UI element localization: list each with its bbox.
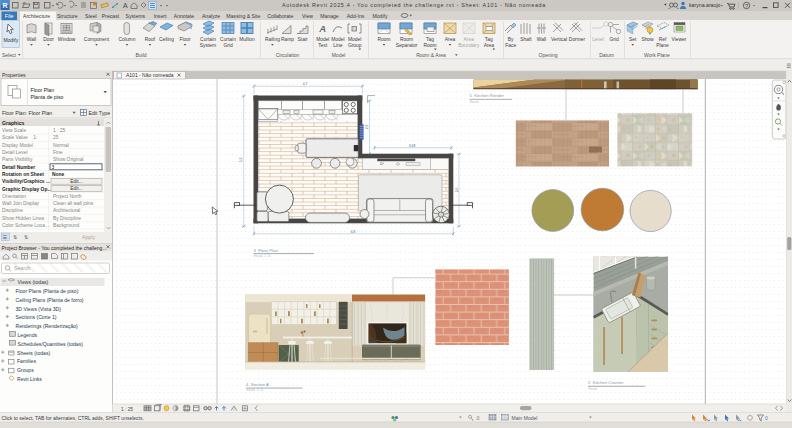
svg-text:Precast: Precast	[102, 13, 120, 19]
svg-text:5 Kitchen Render: 5 Kitchen Render	[470, 93, 505, 98]
svg-text:5,2: 5,2	[239, 158, 243, 163]
svg-text:Dormer: Dormer	[569, 37, 586, 42]
svg-text:Model: Model	[316, 37, 329, 42]
svg-text:Project Browser - You complete: Project Browser - You completed the chal…	[2, 245, 107, 251]
svg-text:Plane: Plane	[656, 43, 669, 48]
svg-text:Opening: Opening	[539, 52, 558, 58]
svg-text:Line: Line	[333, 43, 343, 48]
svg-text:Collaborate: Collaborate	[267, 13, 293, 19]
svg-text:System: System	[200, 43, 216, 48]
svg-text:Railing: Railing	[265, 37, 280, 42]
svg-text:Face: Face	[505, 43, 516, 48]
svg-text:Manage: Manage	[320, 13, 339, 19]
svg-text:Graphic Display Op...: Graphic Display Op...	[2, 187, 52, 192]
svg-text:Sheets (todas): Sheets (todas)	[17, 350, 50, 356]
svg-text:Ref: Ref	[659, 37, 667, 42]
svg-text:Boundary: Boundary	[458, 43, 479, 48]
svg-text:Room: Room	[400, 37, 413, 42]
svg-text:Circulation: Circulation	[276, 52, 300, 58]
svg-text:1 : 25: 1 : 25	[121, 407, 133, 412]
svg-text:Wall: Wall	[27, 37, 36, 42]
svg-text:Stair: Stair	[298, 37, 308, 42]
svg-text:Legends: Legends	[18, 332, 38, 338]
svg-text:By Discipline: By Discipline	[53, 216, 81, 221]
svg-text:Show Original: Show Original	[53, 157, 83, 162]
svg-text:A: A	[318, 23, 326, 34]
svg-text:Autodesk Revit 2025.4 - You co: Autodesk Revit 2025.4 - You completed th…	[282, 2, 546, 8]
svg-text:Orientation: Orientation	[2, 194, 26, 199]
svg-text:A101 - Não nomeada: A101 - Não nomeada	[126, 72, 174, 78]
svg-text:6,8: 6,8	[351, 230, 356, 234]
svg-text:3 Floor Plan: 3 Floor Plan	[254, 248, 279, 253]
svg-text:Datum: Datum	[599, 52, 614, 58]
svg-text:Curtain: Curtain	[220, 37, 236, 42]
svg-text:Detail Level: Detail Level	[2, 150, 28, 155]
svg-text:Insert: Insert	[154, 13, 167, 19]
svg-text:Grid: Grid	[609, 37, 619, 42]
svg-text:Floor Plan: Floor Plan	[31, 87, 55, 93]
svg-text:Escala: Escala	[589, 387, 598, 391]
svg-text:Wall: Wall	[537, 37, 546, 42]
svg-text:25: 25	[53, 135, 59, 140]
svg-text:Sections (Corte 1): Sections (Corte 1)	[16, 314, 57, 320]
svg-text:Graphics: Graphics	[2, 120, 25, 126]
svg-text:View Scale: View Scale	[2, 128, 26, 133]
svg-text:Architecture: Architecture	[23, 13, 50, 19]
svg-text:karyna.araujo: karyna.araujo	[689, 2, 721, 8]
svg-text:Roof: Roof	[145, 37, 156, 42]
svg-text:Floor Plan: Floor Plan: Floor Plan: Floor Plan	[2, 110, 52, 116]
svg-text:Rotation on Sheet: Rotation on Sheet	[2, 172, 44, 177]
svg-text:Room & Area: Room & Area	[416, 52, 446, 58]
svg-text:Main Model: Main Model	[512, 415, 538, 421]
svg-text:Families: Families	[17, 358, 36, 364]
svg-text:Detail Number: Detail Number	[2, 165, 35, 170]
svg-text:A: A	[123, 2, 128, 9]
svg-text:Column: Column	[119, 37, 136, 42]
svg-text:Color Scheme Loca...: Color Scheme Loca...	[2, 223, 49, 228]
svg-text:Apply: Apply	[82, 234, 95, 240]
svg-text:Steel: Steel	[85, 13, 97, 19]
svg-text:Scale Value 1:: Scale Value 1:	[2, 135, 37, 140]
svg-text:Revit Links: Revit Links	[17, 376, 42, 382]
svg-text:R: R	[2, 2, 7, 9]
svg-text:3: 3	[52, 165, 55, 170]
svg-text:Discipline: Discipline	[2, 208, 23, 213]
svg-text:Vertical: Vertical	[551, 37, 567, 42]
svg-text:Escala 1: 25: Escala 1: 25	[247, 388, 264, 392]
svg-text:Text: Text	[318, 43, 328, 48]
svg-text:Architectural: Architectural	[53, 208, 80, 213]
svg-text:Massing & Site: Massing & Site	[226, 13, 260, 19]
svg-text:Analyze: Analyze	[202, 13, 220, 19]
svg-text:Work Plane: Work Plane	[644, 52, 670, 58]
svg-text:Level: Level	[592, 37, 604, 42]
svg-text:View: View	[302, 13, 313, 19]
svg-text:Curtain: Curtain	[200, 37, 216, 42]
svg-text:Viewer: Viewer	[672, 37, 687, 42]
svg-text:Model: Model	[348, 37, 361, 42]
svg-text:File: File	[5, 13, 14, 19]
svg-text:Display Model: Display Model	[2, 143, 33, 148]
svg-text:Set: Set	[629, 37, 637, 42]
svg-text:Area: Area	[445, 37, 456, 42]
svg-text:Project North: Project North	[53, 194, 82, 199]
svg-text:4,7: 4,7	[303, 82, 308, 86]
svg-text:Edit...: Edit...	[70, 179, 83, 184]
svg-text:Fine: Fine	[53, 150, 63, 155]
svg-text:Grid: Grid	[223, 43, 233, 48]
svg-text:Mullion: Mullion	[239, 37, 255, 42]
svg-text:Door: Door	[43, 37, 54, 42]
svg-text:Ceiling: Ceiling	[159, 37, 174, 42]
svg-text:Tag: Tag	[426, 37, 434, 42]
svg-text:Click to select, TAB for alter: Click to select, TAB for alternates, CTR…	[2, 415, 144, 421]
svg-text:Show: Show	[641, 37, 654, 42]
svg-text:Schedules/Quantities (todas): Schedules/Quantities (todas)	[18, 341, 84, 347]
svg-text:Views (todas): Views (todas)	[18, 279, 49, 285]
svg-text:Visibility/Graphics ...: Visibility/Graphics ...	[2, 179, 51, 184]
svg-text:Tag: Tag	[485, 37, 493, 42]
svg-text:Modify: Modify	[3, 37, 18, 43]
svg-text:Background: Background	[53, 223, 79, 228]
svg-text:Build: Build	[135, 52, 146, 58]
svg-text:Escala: Escala	[470, 100, 479, 104]
svg-text:None: None	[52, 172, 65, 177]
svg-text:?: ?	[745, 3, 748, 9]
